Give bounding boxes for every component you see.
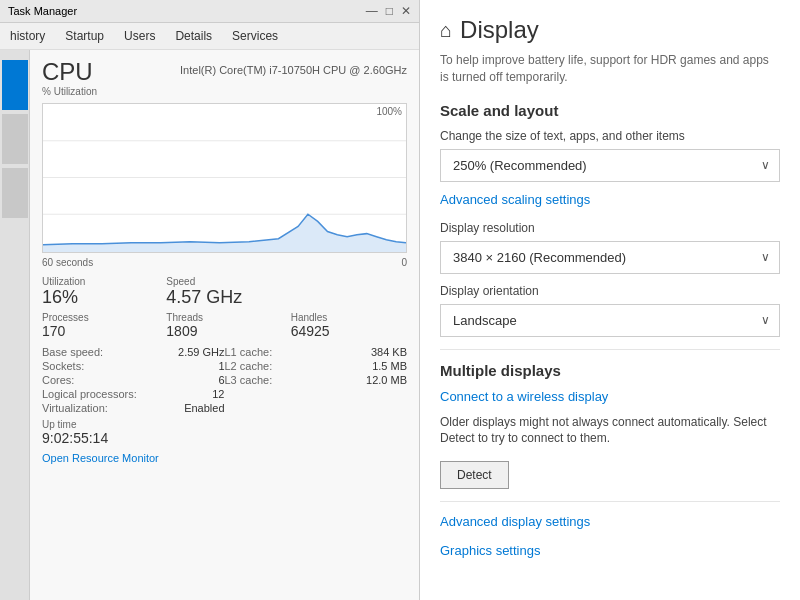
processes-stat-label: Processes bbox=[42, 312, 158, 323]
l2-row: L2 cache: 1.5 MB bbox=[225, 359, 408, 373]
processes-stat: Processes 170 bbox=[42, 312, 158, 339]
cores-row: Cores: 6 bbox=[42, 373, 225, 387]
resolution-label: Display resolution bbox=[440, 221, 780, 235]
menu-details[interactable]: Details bbox=[165, 25, 222, 47]
orientation-dropdown-wrapper: Landscape ∨ bbox=[440, 304, 780, 337]
sidebar-item-disk[interactable] bbox=[2, 168, 28, 218]
chart-max-label: 100% bbox=[376, 106, 402, 117]
cpu-graph-svg bbox=[43, 104, 406, 252]
connect-wireless-link[interactable]: Connect to a wireless display bbox=[440, 389, 780, 404]
orientation-dropdown[interactable]: Landscape bbox=[440, 304, 780, 337]
handles-stat-label: Handles bbox=[291, 312, 407, 323]
utilization-stat-label: Utilization bbox=[42, 276, 158, 287]
l1-val: 384 KB bbox=[371, 346, 407, 358]
virtualization-row: Virtualization: Enabled bbox=[42, 401, 225, 415]
uptime-block: Up time 9:02:55:14 bbox=[42, 419, 407, 446]
advanced-display-link[interactable]: Advanced display settings bbox=[440, 514, 780, 529]
task-manager-panel: Task Manager — □ ✕ history Startup Users… bbox=[0, 0, 420, 600]
cpu-chart: 100% bbox=[42, 103, 407, 253]
section-divider bbox=[440, 349, 780, 350]
utilization-stat-value: 16% bbox=[42, 287, 158, 308]
threads-stat-value: 1809 bbox=[166, 323, 282, 339]
sidebar-item-cpu[interactable] bbox=[2, 60, 28, 110]
chart-time-label: 60 seconds bbox=[42, 257, 93, 268]
empty-stat bbox=[291, 276, 407, 308]
scale-label: Change the size of text, apps, and other… bbox=[440, 129, 780, 143]
advanced-scaling-link[interactable]: Advanced scaling settings bbox=[440, 192, 780, 207]
uptime-value: 9:02:55:14 bbox=[42, 430, 407, 446]
scale-section-title: Scale and layout bbox=[440, 102, 780, 119]
cpu-model: Intel(R) Core(TM) i7-10750H CPU @ 2.60GH… bbox=[180, 64, 407, 76]
sockets-key: Sockets: bbox=[42, 360, 84, 372]
stats-grid: Utilization 16% Speed 4.57 GHz Processes… bbox=[42, 276, 407, 339]
l2-val: 1.5 MB bbox=[372, 360, 407, 372]
menu-bar: history Startup Users Details Services bbox=[0, 23, 419, 50]
display-home-icon: ⌂ bbox=[440, 19, 452, 42]
virtualization-val: Enabled bbox=[184, 402, 224, 414]
chart-labels: 60 seconds 0 bbox=[42, 257, 407, 268]
section-divider-2 bbox=[440, 501, 780, 502]
l3-val: 12.0 MB bbox=[366, 374, 407, 386]
threads-stat: Threads 1809 bbox=[166, 312, 282, 339]
chart-min-label: 0 bbox=[401, 257, 407, 268]
speed-stat-label: Speed bbox=[166, 276, 282, 287]
utilization-stat: Utilization 16% bbox=[42, 276, 158, 308]
logical-processors-val: 12 bbox=[212, 388, 224, 400]
base-speed-val: 2.59 GHz bbox=[178, 346, 224, 358]
utilization-label: % Utilization bbox=[42, 86, 97, 97]
menu-startup[interactable]: Startup bbox=[55, 25, 114, 47]
resource-monitor-link[interactable]: Open Resource Monitor bbox=[42, 452, 407, 464]
title-bar-title: Task Manager bbox=[8, 5, 77, 17]
resolution-dropdown-wrapper: 3840 × 2160 (Recommended) ∨ bbox=[440, 241, 780, 274]
cpu-header: CPU % Utilization Intel(R) Core(TM) i7-1… bbox=[42, 58, 407, 99]
l3-row: L3 cache: 12.0 MB bbox=[225, 373, 408, 387]
sockets-row: Sockets: 1 bbox=[42, 359, 225, 373]
uptime-label: Up time bbox=[42, 419, 407, 430]
maximize-button[interactable]: □ bbox=[386, 4, 393, 18]
minimize-button[interactable]: — bbox=[366, 4, 378, 18]
tm-sidebar bbox=[0, 50, 30, 600]
multiple-displays-section-title: Multiple displays bbox=[440, 362, 780, 379]
processes-stat-value: 170 bbox=[42, 323, 158, 339]
display-header: ⌂ Display bbox=[440, 16, 780, 44]
cores-key: Cores: bbox=[42, 374, 74, 386]
logical-processors-row: Logical processors: 12 bbox=[42, 387, 225, 401]
handles-stat: Handles 64925 bbox=[291, 312, 407, 339]
tm-body: CPU % Utilization Intel(R) Core(TM) i7-1… bbox=[0, 50, 419, 600]
detail-col-right: L1 cache: 384 KB L2 cache: 1.5 MB L3 cac… bbox=[225, 345, 408, 415]
speed-stat-value: 4.57 GHz bbox=[166, 287, 282, 308]
display-description: To help improve battery life, support fo… bbox=[440, 52, 780, 86]
cpu-content: CPU % Utilization Intel(R) Core(TM) i7-1… bbox=[30, 50, 419, 600]
threads-stat-label: Threads bbox=[166, 312, 282, 323]
multiple-displays-desc: Older displays might not always connect … bbox=[440, 414, 780, 448]
l2-key: L2 cache: bbox=[225, 360, 273, 372]
virtualization-key: Virtualization: bbox=[42, 402, 108, 414]
detect-button[interactable]: Detect bbox=[440, 461, 509, 489]
sidebar-item-mem[interactable] bbox=[2, 114, 28, 164]
logical-processors-key: Logical processors: bbox=[42, 388, 137, 400]
l1-row: L1 cache: 384 KB bbox=[225, 345, 408, 359]
graphics-settings-link[interactable]: Graphics settings bbox=[440, 543, 780, 558]
orientation-label: Display orientation bbox=[440, 284, 780, 298]
speed-stat: Speed 4.57 GHz bbox=[166, 276, 282, 308]
l1-key: L1 cache: bbox=[225, 346, 273, 358]
menu-history[interactable]: history bbox=[0, 25, 55, 47]
display-panel: ⌂ Display To help improve battery life, … bbox=[420, 0, 800, 600]
title-bar: Task Manager — □ ✕ bbox=[0, 0, 419, 23]
scale-dropdown-wrapper: 250% (Recommended) ∨ bbox=[440, 149, 780, 182]
menu-users[interactable]: Users bbox=[114, 25, 165, 47]
base-speed-row: Base speed: 2.59 GHz bbox=[42, 345, 225, 359]
base-speed-key: Base speed: bbox=[42, 346, 103, 358]
close-button[interactable]: ✕ bbox=[401, 4, 411, 18]
cpu-label: CPU bbox=[42, 58, 97, 86]
menu-services[interactable]: Services bbox=[222, 25, 288, 47]
l3-key: L3 cache: bbox=[225, 374, 273, 386]
display-title: Display bbox=[460, 16, 539, 44]
handles-stat-value: 64925 bbox=[291, 323, 407, 339]
detail-col-left: Base speed: 2.59 GHz Sockets: 1 Cores: 6… bbox=[42, 345, 225, 415]
window-controls: — □ ✕ bbox=[366, 4, 411, 18]
scale-dropdown[interactable]: 250% (Recommended) bbox=[440, 149, 780, 182]
detail-grid: Base speed: 2.59 GHz Sockets: 1 Cores: 6… bbox=[42, 345, 407, 415]
resolution-dropdown[interactable]: 3840 × 2160 (Recommended) bbox=[440, 241, 780, 274]
